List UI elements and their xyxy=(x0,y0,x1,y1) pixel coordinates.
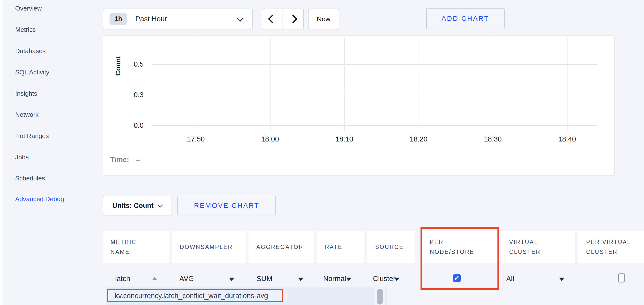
sidebar-item-databases[interactable]: Databases xyxy=(15,46,46,55)
autocomplete-option[interactable]: kv.concurrency.latch_conflict_wait_durat… xyxy=(108,291,287,301)
units-select[interactable]: Units: Count xyxy=(103,196,172,215)
x-tick-label: 17:50 xyxy=(179,135,213,143)
custom-chart-page: Overview Metrics Databases SQL Activity … xyxy=(0,0,644,305)
time-range-badge: 1h xyxy=(110,13,127,25)
remove-chart-button[interactable]: REMOVE CHART xyxy=(178,196,276,215)
per-virtual-cluster-checkbox[interactable] xyxy=(618,274,625,283)
sidebar-item-overview[interactable]: Overview xyxy=(15,4,42,13)
chart-plot-area[interactable] xyxy=(152,38,597,126)
hover-time-value: -- xyxy=(136,156,140,164)
add-chart-button[interactable]: ADD CHART xyxy=(426,8,504,29)
caret-down-icon[interactable] xyxy=(298,278,304,281)
column-header-metric-name: METRIC NAME xyxy=(103,231,169,263)
header-line: RATE xyxy=(325,242,364,252)
header-line: VIRTUAL xyxy=(509,237,575,247)
caret-down-icon[interactable] xyxy=(394,278,400,281)
header-line: DOWNSAMPLER xyxy=(180,242,246,252)
x-tick-label: 18:10 xyxy=(327,135,362,143)
aggregator-select-value[interactable]: SUM xyxy=(256,275,272,283)
column-header-rate: RATE xyxy=(317,231,364,263)
left-edge-strip xyxy=(0,0,2,305)
x-tick-label: 18:20 xyxy=(402,135,436,143)
chevron-down-icon xyxy=(237,15,244,22)
x-tick-label: 18:30 xyxy=(476,135,510,143)
column-header-aggregator: AGGREGATOR xyxy=(248,231,314,263)
y-tick-label: 0.3 xyxy=(122,91,144,99)
next-time-button[interactable] xyxy=(283,9,304,29)
column-header-source: SOURCE xyxy=(367,231,415,263)
x-tick-label: 18:00 xyxy=(253,135,287,143)
units-label: Units: Count xyxy=(112,202,154,210)
per-node-store-checkbox[interactable]: ✓ xyxy=(453,274,461,282)
chevron-right-icon xyxy=(289,15,298,23)
prev-time-button[interactable] xyxy=(262,9,283,29)
column-header-per-virtual-cluster: PER VIRTUAL CLUSTER xyxy=(578,231,644,263)
source-select-value[interactable]: Cluster xyxy=(373,275,396,283)
sidebar-item-schedules[interactable]: Schedules xyxy=(15,174,45,183)
chevron-left-icon xyxy=(268,15,277,23)
check-icon: ✓ xyxy=(454,275,460,282)
header-line: PER xyxy=(430,237,497,247)
hover-time-caption: Time: xyxy=(110,156,129,164)
time-range-select[interactable]: 1h Past Hour xyxy=(103,8,253,29)
chart-card: Count 0.5 0.3 0.0 17:50 18:00 18:10 18:2… xyxy=(103,35,614,176)
header-line: CLUSTER xyxy=(586,247,644,257)
column-header-downsampler: DOWNSAMPLER xyxy=(172,231,246,263)
sidebar-item-network[interactable]: Network xyxy=(15,110,38,119)
sidebar-item-insights[interactable]: Insights xyxy=(15,89,37,98)
header-line: PER VIRTUAL xyxy=(586,237,644,247)
rate-select-value[interactable]: Normal xyxy=(323,275,346,283)
sidebar-item-sql-activity[interactable]: SQL Activity xyxy=(15,68,49,77)
header-line: AGGREGATOR xyxy=(256,242,314,252)
y-tick-label: 0.0 xyxy=(122,121,144,129)
scrollbar-thumb[interactable] xyxy=(377,289,383,305)
downsampler-select-value[interactable]: AVG xyxy=(180,275,194,283)
header-line: METRIC xyxy=(110,237,169,247)
chevron-down-icon xyxy=(158,202,163,208)
header-line: NAME xyxy=(110,247,169,257)
caret-down-icon[interactable] xyxy=(559,278,564,281)
header-line: CLUSTER xyxy=(509,247,575,257)
y-tick-label: 0.5 xyxy=(122,60,144,68)
sidebar-item-hot-ranges[interactable]: Hot Ranges xyxy=(15,131,49,140)
column-header-per-node-store: PER NODE/STORE xyxy=(422,231,497,263)
header-line: SOURCE xyxy=(375,242,415,252)
column-header-virtual-cluster: VIRTUAL CLUSTER xyxy=(502,231,575,263)
caret-down-icon[interactable] xyxy=(346,278,352,281)
sidebar-item-jobs[interactable]: Jobs xyxy=(15,153,29,162)
virtual-cluster-select-value[interactable]: All xyxy=(506,275,514,283)
sidebar-item-metrics[interactable]: Metrics xyxy=(15,25,36,34)
sidebar-item-advanced-debug[interactable]: Advanced Debug xyxy=(15,195,64,203)
time-step-button-group xyxy=(262,8,304,29)
caret-up-icon[interactable] xyxy=(152,277,157,280)
header-line: NODE/STORE xyxy=(430,247,497,257)
x-tick-label: 18:40 xyxy=(550,135,584,143)
now-button[interactable]: Now xyxy=(308,8,339,29)
metric-name-input[interactable]: latch xyxy=(115,275,130,283)
time-range-label: Past Hour xyxy=(136,15,167,23)
caret-down-icon[interactable] xyxy=(229,278,234,281)
